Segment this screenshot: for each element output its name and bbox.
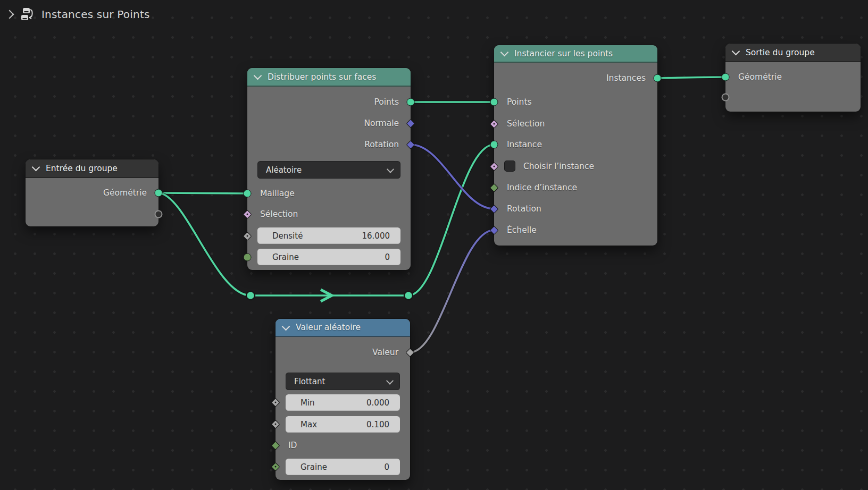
- input-row: Sélection: [494, 117, 657, 131]
- input-row: Instance: [494, 138, 657, 151]
- node-header[interactable]: Distribuer points sur faces: [247, 68, 411, 87]
- min-field[interactable]: Min 0.000: [286, 394, 400, 411]
- node-group-input[interactable]: Entrée du groupe Géométrie: [26, 159, 158, 226]
- seed-input-socket[interactable]: [244, 254, 252, 261]
- node-title: Valeur aléatoire: [296, 323, 361, 332]
- instance-input-socket[interactable]: [490, 141, 498, 149]
- chevron-down-icon: [387, 165, 394, 173]
- input-row: Indice d’instance: [494, 181, 657, 195]
- dropdown-value: Flottant: [294, 377, 325, 386]
- node-title: Distribuer points sur faces: [268, 72, 376, 82]
- socket-label: Géométrie: [103, 188, 147, 198]
- wire-rotation-to-rotation: [411, 145, 494, 209]
- node-header[interactable]: Instancier sur les points: [494, 45, 657, 63]
- field-value: 16.000: [362, 231, 390, 241]
- seed-field[interactable]: Graine 0: [257, 249, 400, 265]
- input-row: Points: [494, 95, 657, 109]
- socket-label: Sélection: [260, 209, 298, 219]
- socket-label: Points: [507, 97, 532, 107]
- virtual-output-socket[interactable]: [155, 210, 163, 218]
- node-header[interactable]: Entrée du groupe: [26, 159, 158, 178]
- wire-geometry-to-maillage: [158, 193, 247, 193]
- input-row: ID: [276, 438, 410, 452]
- output-row: Valeur: [276, 345, 410, 359]
- collapse-chevron-icon[interactable]: [282, 322, 290, 331]
- output-row: Points: [247, 95, 411, 109]
- node-group-output[interactable]: Sortie du groupe Géométrie: [725, 44, 861, 112]
- input-row: Géométrie: [725, 70, 861, 84]
- pick-instance-checkbox[interactable]: [504, 160, 515, 172]
- distribution-method-dropdown[interactable]: Aléatoire: [257, 161, 400, 179]
- socket-label: Maillage: [260, 189, 295, 198]
- points-output-socket[interactable]: [407, 98, 415, 106]
- dropdown-value: Aléatoire: [266, 165, 302, 175]
- node-instance-on-points[interactable]: Instancier sur les points Instances Poin…: [494, 45, 657, 246]
- density-field[interactable]: Densité 16.000: [257, 227, 400, 244]
- field-value: 0: [384, 462, 389, 472]
- socket-label: Instances: [606, 73, 646, 83]
- socket-label: Indice d’instance: [507, 183, 577, 192]
- node-title: Entrée du groupe: [46, 164, 118, 173]
- socket-label: Rotation: [364, 140, 399, 149]
- output-row: Géométrie: [26, 186, 158, 200]
- reroute-node[interactable]: [246, 291, 255, 300]
- socket-label: ID: [288, 441, 297, 450]
- field-value: 0.000: [366, 398, 389, 408]
- geometry-output-socket[interactable]: [155, 189, 163, 197]
- input-row: Rotation: [494, 202, 657, 216]
- input-row: Sélection: [247, 207, 411, 221]
- socket-label: Points: [374, 97, 399, 107]
- output-row: Instances: [494, 71, 657, 85]
- data-type-dropdown[interactable]: Flottant: [286, 373, 400, 390]
- node-title: Instancier sur les points: [514, 49, 613, 58]
- socket-label: Rotation: [507, 204, 541, 214]
- reroute-node[interactable]: [404, 291, 413, 300]
- output-row: Normale: [247, 116, 411, 130]
- field-value: 0: [385, 252, 390, 262]
- field-label: Graine: [301, 462, 327, 472]
- field-label: Min: [301, 398, 315, 408]
- chevron-down-icon: [386, 377, 394, 384]
- field-value: 0.100: [366, 420, 389, 429]
- max-field[interactable]: Max 0.100: [286, 416, 400, 433]
- socket-label: Valeur: [372, 348, 398, 357]
- socket-label: Géométrie: [738, 72, 782, 82]
- seed-field[interactable]: Graine 0: [286, 459, 400, 475]
- socket-label: Échelle: [507, 225, 537, 235]
- field-label: Densité: [272, 231, 303, 241]
- wire-reroute-to-instance: [408, 145, 494, 295]
- collapse-chevron-icon[interactable]: [32, 163, 40, 172]
- points-input-socket[interactable]: [490, 98, 498, 106]
- collapse-chevron-icon[interactable]: [254, 72, 262, 80]
- node-title: Sortie du groupe: [746, 48, 815, 57]
- node-header[interactable]: Valeur aléatoire: [276, 319, 410, 337]
- input-row: Maillage: [247, 187, 411, 200]
- collapse-chevron-icon[interactable]: [500, 48, 509, 57]
- node-distribute-points-on-faces[interactable]: Distribuer points sur faces Points Norma…: [247, 68, 411, 270]
- wire-instances-to-geometrie: [657, 77, 725, 78]
- socket-label: Normale: [364, 119, 399, 128]
- node-random-value[interactable]: Valeur aléatoire Valeur Flottant Min 0.0…: [276, 319, 410, 480]
- socket-label: Choisir l’instance: [523, 162, 594, 171]
- mesh-input-socket[interactable]: [244, 190, 252, 198]
- virtual-input-socket[interactable]: [722, 94, 730, 102]
- wire-valeur-to-echelle: [410, 230, 494, 352]
- node-header[interactable]: Sortie du groupe: [725, 44, 861, 62]
- output-row: Rotation: [247, 138, 411, 151]
- collapse-chevron-icon[interactable]: [732, 47, 740, 56]
- socket-label: Sélection: [507, 119, 545, 129]
- wire-geometry-to-reroute: [158, 193, 251, 295]
- input-row: Échelle: [494, 223, 657, 237]
- instances-output-socket[interactable]: [654, 74, 662, 82]
- field-label: Max: [301, 420, 317, 429]
- input-row: Choisir l’instance: [494, 159, 657, 173]
- geometry-input-socket[interactable]: [722, 73, 730, 81]
- socket-label: Instance: [507, 140, 542, 149]
- field-label: Graine: [272, 252, 299, 262]
